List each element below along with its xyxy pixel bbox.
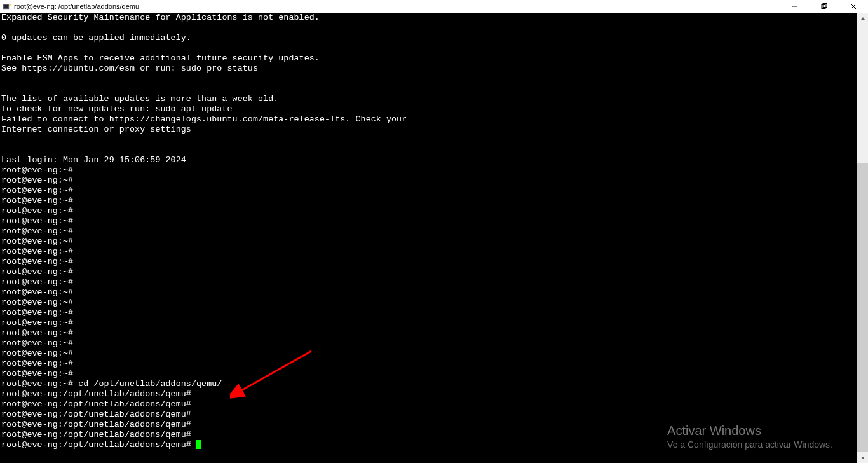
maximize-button[interactable] (810, 0, 839, 13)
watermark-title: Activar Windows (667, 424, 832, 438)
svg-marker-11 (861, 457, 865, 459)
svg-rect-4 (822, 5, 825, 9)
terminal[interactable]: Expanded Security Maintenance for Applic… (0, 13, 868, 463)
window-titlebar: root@eve-ng: /opt/unetlab/addons/qemu (0, 0, 868, 13)
window-title: root@eve-ng: /opt/unetlab/addons/qemu (14, 3, 139, 10)
activate-windows-watermark: Activar Windows Ve a Configuración para … (667, 424, 832, 452)
titlebar-left: root@eve-ng: /opt/unetlab/addons/qemu (3, 2, 139, 11)
minimize-button[interactable] (780, 0, 810, 13)
putty-icon (3, 2, 11, 11)
vertical-scrollbar[interactable] (857, 13, 868, 463)
close-button[interactable] (839, 0, 868, 13)
scrollbar-thumb[interactable] (857, 163, 868, 455)
terminal-output: Expanded Security Maintenance for Applic… (0, 13, 868, 450)
svg-line-2 (9, 4, 11, 6)
watermark-subtitle: Ve a Configuración para activar Windows. (667, 438, 832, 452)
svg-rect-5 (823, 4, 827, 8)
scroll-up-arrow[interactable] (857, 13, 868, 24)
terminal-cursor (196, 440, 201, 449)
svg-marker-10 (861, 17, 865, 20)
svg-rect-1 (4, 5, 8, 8)
window-controls (780, 0, 868, 13)
scroll-down-arrow[interactable] (857, 452, 868, 463)
